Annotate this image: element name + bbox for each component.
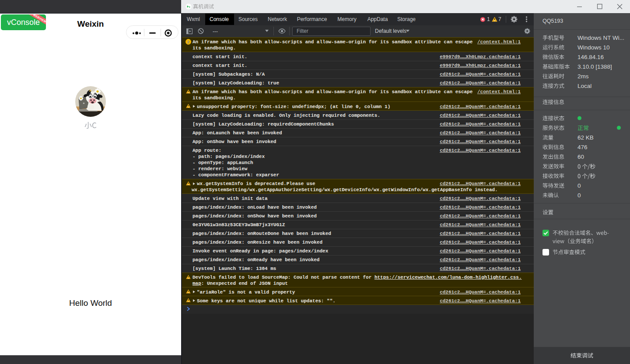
svg-text:2: 2 xyxy=(187,39,189,44)
